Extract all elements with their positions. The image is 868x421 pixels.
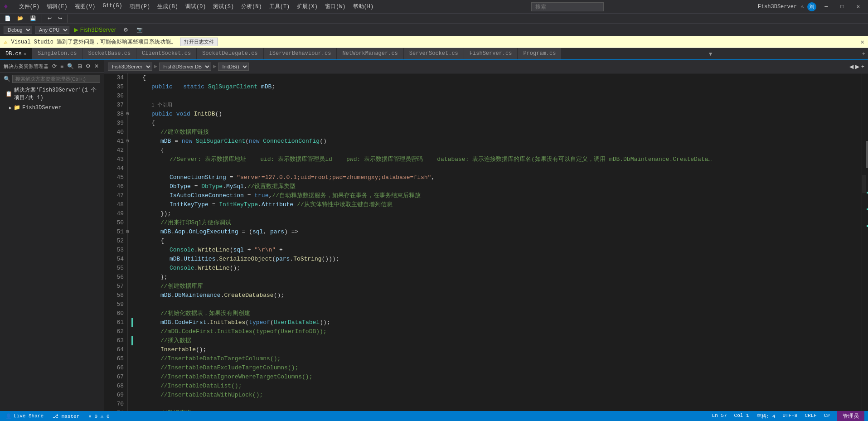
editor-area: Fish3DServer ▶ Fish3DServer.DB ▶ InitDB(… [104,60,868,411]
status-liveshare[interactable]: 👤 Live Share [4,413,45,419]
code-line-52: { [133,237,862,246]
sidebar-search-input[interactable] [12,75,100,83]
tab-iserverbehaviour[interactable]: IServerBehaviour.cs [264,48,337,59]
tree-project[interactable]: ▶ 📁 Fish3DServer [0,103,104,112]
menu-tools[interactable]: 工具(T) [266,1,294,12]
filepath-class-select[interactable]: Fish3DServer.DB [159,63,211,71]
code-line-61: mDB.CodeFirst.InitTables(typeof(UserData… [133,318,862,327]
error-icon: ✕ [88,414,92,419]
scrollbar-thumb[interactable] [866,141,868,168]
line-num-43: 43 [108,155,124,164]
menu-extensions[interactable]: 扩展(X) [293,1,321,12]
menu-bar: 文件(F) 编辑(E) 视图(V) Git(G) 项目(P) 生成(B) 调试(… [15,1,378,12]
code-line-49: }); [133,209,862,218]
filepath-prev-btn[interactable]: ◀ [849,63,853,70]
menu-view[interactable]: 视图(V) [71,1,99,12]
tab-socketbase[interactable]: SocketBase.cs [82,48,136,59]
minimize-button[interactable]: ─ [820,2,832,12]
filepath-namespace-select[interactable]: Fish3DServer [108,63,152,71]
toolbar-undo[interactable]: ↩ [45,15,54,22]
line-num-65: 65 [108,354,124,363]
tab-close-icon[interactable]: ✕ [24,51,26,57]
status-spaces[interactable]: 空格: 4 [755,413,777,420]
line-num-34: 34 [108,73,124,82]
sidebar-sync-btn[interactable]: ⟳ [51,63,58,70]
platform-dropdown[interactable]: Any CPU [35,26,69,34]
close-button[interactable]: ✕ [852,1,864,12]
tab-db-cs[interactable]: DB.cs ✕ [0,48,32,59]
tab-overflow-button[interactable]: ▼ [706,49,715,59]
status-line[interactable]: Ln 57 [710,413,729,420]
code-line-54: mDB.Utilities.SerializeObject(pars.ToStr… [133,255,862,264]
sidebar-filter-btn[interactable]: ≡ [59,63,65,70]
line-num-50: 50 [108,218,124,227]
code-line-40: //建立数据库链接 [133,128,862,137]
menu-analyze[interactable]: 分析(N) [238,1,266,12]
line-num-44: 44 [108,164,124,173]
status-lang[interactable]: C# [822,413,832,420]
menu-debug[interactable]: 调试(D) [182,1,210,12]
status-encoding[interactable]: UTF-8 [781,413,799,420]
filepath-add-btn[interactable]: + [861,63,864,70]
tab-add-button[interactable]: + [859,49,868,59]
toolbar-attach[interactable]: ⚙ [121,26,131,34]
tab-label: Program.cs [523,50,556,57]
tab-networkmanager[interactable]: NetWorkManager.cs [337,48,403,59]
sidebar-settings-btn[interactable]: ⚙ [84,63,92,70]
toolbar-camera[interactable]: 📷 [134,26,145,34]
sidebar-collapse-btn[interactable]: ⊟ [76,63,83,70]
code-scroll[interactable]: 34 35 36 37 38 39 40 41 42 43 44 45 46 4… [104,73,862,411]
menu-project[interactable]: 项目(P) [126,1,154,12]
maximize-button[interactable]: □ [836,2,849,12]
tab-label: IServerBehaviour.cs [269,50,331,57]
code-line-45: ConnectionString = "server=127.0.0.1;uid… [133,173,862,182]
collapse-btn-41[interactable]: ⊟ [126,137,129,146]
status-right: Ln 57 Col 1 空格: 4 UTF-8 CRLF C# [710,413,832,420]
tab-singleton[interactable]: Singleton.cs [32,48,82,59]
tab-fishserver[interactable]: FishServer.cs [464,48,518,59]
filepath-next-btn[interactable]: ▶ [855,63,859,70]
tab-serversocket[interactable]: ServerSocket.cs [404,48,464,59]
menu-edit[interactable]: 编辑(E) [43,1,71,12]
code-lines[interactable]: { public static SqlSugarClient mDB; 1 个引… [128,73,862,411]
open-log-button[interactable]: 打开日志文件 [180,38,218,46]
line-num-58: 58 [108,291,124,300]
tab-program[interactable]: Program.cs [518,48,562,59]
status-col[interactable]: Col 1 [732,413,751,420]
toolbar-save[interactable]: 💾 [27,15,39,22]
sidebar-close-btn[interactable]: ✕ [93,63,100,70]
menu-build[interactable]: 生成(B) [154,1,182,12]
collapse-btn-51[interactable]: ⊟ [126,227,129,237]
warning-count: 0 [107,414,110,419]
menu-window[interactable]: 窗口(W) [321,1,349,12]
tab-label: SocketBase.cs [88,50,131,57]
tab-clientsocket[interactable]: ClientSocket.cs [136,48,197,59]
debug-config-dropdown[interactable]: Debug [4,26,32,34]
warn-close-button[interactable]: ✕ [861,38,864,46]
menu-git[interactable]: Git(G) [99,1,126,12]
menu-test[interactable]: 测试(S) [209,1,238,12]
code-line-70 [133,400,862,409]
run-button[interactable]: ▶ Fish3DServer [72,25,118,34]
line-num-69: 69 [108,391,124,400]
status-lineend[interactable]: CRLF [803,413,818,420]
tree-expand-arrow: ▶ [9,105,12,111]
toolbar-redo[interactable]: ↪ [55,15,65,22]
sidebar-search-btn[interactable]: 🔍 [66,63,75,70]
search-input[interactable] [531,2,604,11]
status-git[interactable]: ⎇ master [51,413,81,419]
status-errors[interactable]: ✕ 0 ⚠ 0 [87,413,111,419]
code-line-71: //数据查询 [133,409,862,411]
menu-file[interactable]: 文件(F) [15,1,44,12]
collapse-btn-38[interactable]: ⊟ [126,110,129,119]
tab-socketdelegate[interactable]: SocketDelegate.cs [197,48,263,59]
manage-button[interactable]: 管理员 [837,411,864,421]
menu-help[interactable]: 帮助(H) [349,1,378,12]
sidebar-title-text: 解决方案资源管理器 [4,63,48,70]
toolbar-new[interactable]: 📄 [2,15,14,22]
filepath-method-select[interactable]: InitDB() [218,63,249,71]
toolbar-open[interactable]: 📂 [15,15,26,22]
code-line-39: { [133,119,862,128]
tree-solution[interactable]: 📋 解决方案'Fish3DServer'(1 个项目/共 1) [0,85,104,103]
tab-bar: DB.cs ✕ Singleton.cs SocketBase.cs Clien… [0,48,868,60]
